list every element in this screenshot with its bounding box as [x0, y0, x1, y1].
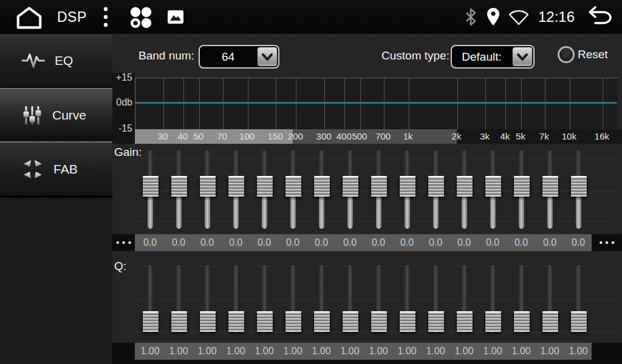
gain-value-cell: 0.0 — [422, 234, 450, 251]
freq-gridline — [384, 78, 384, 130]
gain-slider-thumb[interactable] — [142, 176, 159, 197]
custom-type-label: Custom type: — [381, 49, 449, 62]
gain-slider-thumb[interactable] — [199, 176, 216, 197]
freq-tick-label: 200 — [282, 131, 309, 141]
band-num-value: 64 — [200, 50, 256, 64]
gain-value-cell: 0.0 — [507, 234, 536, 251]
custom-type-dropdown[interactable]: Default: — [451, 45, 535, 69]
chevron-down-icon[interactable] — [512, 47, 533, 67]
freq-tick-label: 50 — [185, 131, 212, 141]
freq-tick-label: 1k — [395, 131, 422, 141]
sliders-icon — [22, 105, 43, 126]
freq-gridline — [248, 78, 248, 130]
overflow-menu-icon[interactable] — [101, 6, 110, 28]
q-value-cell: 1.00 — [136, 343, 165, 360]
q-slider-thumb[interactable] — [485, 311, 502, 332]
gain-value-cell: 0.0 — [536, 234, 564, 251]
freq-gridline — [324, 78, 325, 130]
freq-gridline — [485, 78, 486, 130]
sidebar-item-curve[interactable]: Curve — [0, 88, 112, 143]
freq-gridline — [199, 78, 200, 130]
q-value-cell: 1.00 — [564, 343, 593, 360]
gain-slider-thumb[interactable] — [371, 176, 388, 197]
q-value-cell: 1.00 — [250, 343, 279, 360]
q-slider-thumb[interactable] — [513, 311, 530, 332]
sidebar-item-eq[interactable]: EQ — [0, 34, 112, 88]
gain-slider-thumb[interactable] — [228, 176, 245, 197]
q-slider-thumb[interactable] — [285, 311, 302, 332]
q-slider-thumb[interactable] — [456, 311, 473, 332]
gain-next-bands-button[interactable]: ••• — [592, 234, 622, 251]
q-slider-thumb[interactable] — [342, 311, 359, 332]
gain-slider-thumb[interactable] — [485, 176, 502, 197]
q-value-cell: 1.00 — [336, 343, 364, 360]
gain-values-strip: 0.00.00.00.00.00.00.00.00.00.00.00.00.00… — [135, 234, 592, 251]
q-slider-thumb[interactable] — [371, 311, 388, 332]
q-slider-thumb[interactable] — [142, 311, 159, 332]
freq-gridline — [603, 78, 603, 130]
sidebar-item-label: Curve — [52, 108, 86, 123]
gain-slider-thumb[interactable] — [570, 176, 587, 197]
q-value-cell: 1.00 — [450, 343, 479, 360]
gain-slider-thumb[interactable] — [313, 176, 330, 197]
gain-slider-thumb[interactable] — [399, 176, 416, 197]
gain-slider-thumb[interactable] — [456, 176, 473, 197]
y-label-zero: 0db — [111, 97, 132, 108]
q-slider-thumb[interactable] — [199, 311, 216, 332]
freq-gridline — [409, 78, 409, 130]
q-label: Q: — [114, 260, 126, 273]
sidebar-item-fab[interactable]: FAB — [0, 143, 112, 197]
freq-tick-label: 2k — [443, 131, 470, 141]
freq-gridline — [457, 78, 458, 130]
q-slider-thumb[interactable] — [428, 311, 445, 332]
q-values-strip: 1.001.001.001.001.001.001.001.001.001.00… — [135, 343, 592, 360]
sidebar-item-label: FAB — [53, 162, 78, 177]
gain-slider-thumb[interactable] — [256, 176, 273, 197]
gain-slider-thumb[interactable] — [171, 176, 188, 197]
q-slider-thumb[interactable] — [313, 311, 330, 332]
more-dots: ••• — [113, 238, 134, 248]
back-icon[interactable] — [583, 5, 613, 29]
home-icon[interactable] — [13, 4, 45, 30]
gain-value-cell: 0.0 — [279, 234, 307, 251]
gain-prev-bands-button[interactable]: ••• — [112, 234, 135, 251]
q-next-bands-button[interactable] — [592, 343, 622, 361]
gain-value-cell: 0.0 — [364, 234, 393, 251]
gain-slider-thumb[interactable] — [513, 176, 530, 197]
clock: 12:16 — [538, 8, 575, 25]
band-num-label: Band num: — [138, 49, 194, 62]
q-prev-bands-button[interactable] — [112, 343, 135, 361]
band-num-dropdown[interactable]: 64 — [199, 45, 279, 69]
bluetooth-icon — [463, 7, 479, 27]
q-value-cell: 1.00 — [479, 343, 507, 360]
q-slider-thumb[interactable] — [570, 311, 587, 332]
freq-gridline — [276, 78, 276, 130]
q-slider-thumb[interactable] — [171, 311, 188, 332]
gain-value-cell: 0.0 — [307, 234, 336, 251]
q-value-cell: 1.00 — [193, 343, 222, 360]
frequency-axis: 304050701001502003004005007001k2k3k4k5k7… — [135, 129, 622, 144]
q-slider-thumb[interactable] — [399, 311, 416, 332]
freq-gridline — [360, 78, 361, 130]
q-value-cell: 1.00 — [307, 343, 336, 360]
gain-slider-thumb[interactable] — [285, 176, 302, 197]
freq-gridline — [545, 78, 545, 130]
freq-gridline — [223, 78, 224, 130]
gain-slider-thumb[interactable] — [342, 176, 359, 197]
gain-value-cell: 0.0 — [222, 234, 250, 251]
gallery-icon[interactable] — [167, 10, 184, 24]
q-slider-thumb[interactable] — [542, 311, 559, 332]
gain-slider-thumb[interactable] — [542, 176, 559, 197]
reset-radio[interactable] — [558, 46, 575, 63]
more-dots: ••• — [596, 238, 618, 248]
gain-slider-thumb[interactable] — [428, 176, 445, 197]
q-slider-thumb[interactable] — [228, 311, 245, 332]
chevron-down-icon[interactable] — [257, 47, 278, 67]
q-slider-panel — [135, 261, 617, 343]
eq-curve-plot[interactable] — [135, 78, 618, 130]
freq-tick-label: 100 — [234, 131, 261, 141]
bottom-edge — [112, 360, 622, 364]
gain-value-cell: 0.0 — [479, 234, 507, 251]
q-slider-thumb[interactable] — [256, 311, 273, 332]
apps-icon[interactable] — [128, 5, 152, 29]
